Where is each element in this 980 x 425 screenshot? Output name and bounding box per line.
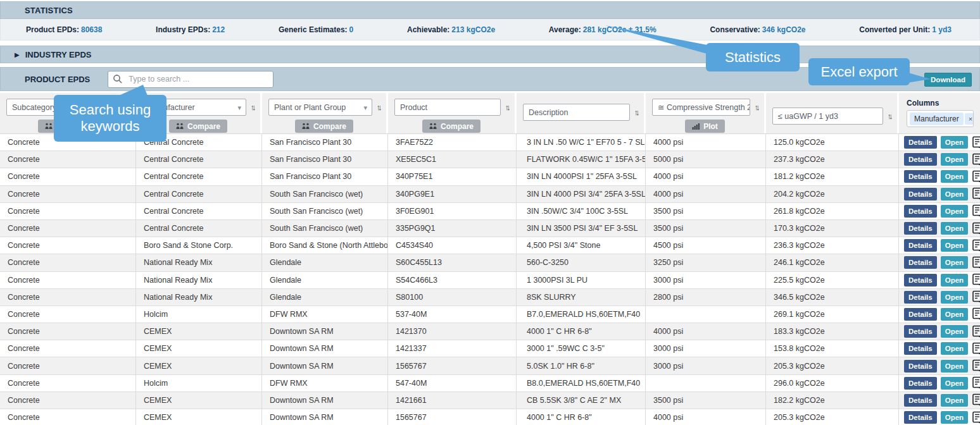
columns-multiselect[interactable]: Manufacturer × P▾ bbox=[907, 110, 974, 127]
table-row: Concrete Central Concrete South San Fran… bbox=[0, 220, 980, 237]
details-button[interactable]: Details bbox=[904, 411, 937, 424]
details-button[interactable]: Details bbox=[904, 394, 937, 407]
open-button[interactable]: Open bbox=[941, 377, 968, 390]
cell-uagwp: 261.8 kgCO2e bbox=[766, 203, 899, 219]
details-button[interactable]: Details bbox=[904, 153, 937, 166]
open-button[interactable]: Open bbox=[941, 170, 968, 183]
cell-actions: Details Open bbox=[899, 272, 980, 288]
statistics-section-header[interactable]: STATISTICS bbox=[0, 1, 980, 19]
cell-description: 3IN LN 4000PSI 1" 25FA 3-5SL bbox=[517, 168, 646, 185]
cell-product: 1421370 bbox=[388, 323, 517, 340]
cell-plant: Glendale bbox=[262, 254, 388, 271]
open-button[interactable]: Open bbox=[941, 239, 968, 252]
details-button[interactable]: Details bbox=[904, 239, 937, 252]
cell-compressive-strength: 4000 psi bbox=[646, 323, 766, 340]
open-button[interactable]: Open bbox=[941, 274, 968, 286]
add-to-list-icon[interactable] bbox=[972, 153, 980, 166]
cell-description: 4,500 PSI 3/4" Stone bbox=[517, 237, 646, 254]
details-button[interactable]: Details bbox=[904, 377, 937, 390]
details-button[interactable]: Details bbox=[904, 205, 937, 218]
add-to-list-icon[interactable] bbox=[972, 256, 980, 269]
collapse-triangle-icon[interactable]: ▶ bbox=[15, 51, 20, 58]
plant-filter-select[interactable]: Plant or Plant Group▾ bbox=[268, 99, 372, 116]
add-to-list-icon[interactable] bbox=[972, 359, 980, 373]
remove-tag-icon[interactable]: × bbox=[965, 113, 974, 125]
sort-icon[interactable]: ↑↓ bbox=[246, 102, 260, 112]
add-to-list-icon[interactable] bbox=[972, 204, 980, 218]
table-row: Concrete National Ready Mix Glendale S60… bbox=[0, 254, 980, 271]
details-button[interactable]: Details bbox=[904, 188, 937, 200]
open-button[interactable]: Open bbox=[941, 360, 968, 373]
add-to-list-icon[interactable] bbox=[972, 239, 980, 252]
details-button[interactable]: Details bbox=[904, 342, 937, 355]
table-body: Concrete Central Concrete San Francisco … bbox=[0, 133, 980, 425]
details-button[interactable]: Details bbox=[904, 170, 937, 183]
open-button[interactable]: Open bbox=[941, 342, 968, 355]
add-to-list-icon[interactable] bbox=[972, 222, 980, 235]
details-button[interactable]: Details bbox=[904, 291, 937, 304]
details-button[interactable]: Details bbox=[904, 308, 937, 321]
open-button[interactable]: Open bbox=[941, 188, 968, 200]
sort-icon[interactable]: ↑↓ bbox=[630, 108, 644, 117]
description-filter-input[interactable]: Description bbox=[523, 104, 630, 121]
cell-manufacturer: National Ready Mix bbox=[136, 254, 262, 271]
details-button[interactable]: Details bbox=[904, 136, 937, 149]
details-button[interactable]: Details bbox=[904, 222, 937, 235]
add-to-list-icon[interactable] bbox=[972, 411, 980, 424]
details-button[interactable]: Details bbox=[904, 274, 937, 286]
details-button[interactable]: Details bbox=[904, 360, 937, 373]
sort-icon[interactable]: ↑↓ bbox=[372, 102, 386, 112]
cell-actions: Details Open bbox=[899, 375, 980, 391]
compare-product-button[interactable]: Compare bbox=[422, 120, 481, 133]
cell-plant: DFW RMX bbox=[262, 306, 388, 323]
cell-plant: DFW RMX bbox=[262, 375, 388, 391]
columns-label: Columns bbox=[899, 99, 980, 108]
sort-icon[interactable]: ↑↓ bbox=[750, 102, 764, 112]
cell-subcategory: Concrete bbox=[0, 254, 136, 271]
cell-manufacturer: Central Concrete bbox=[136, 151, 262, 168]
download-button[interactable]: Download bbox=[924, 73, 972, 87]
add-to-list-icon[interactable] bbox=[972, 170, 980, 183]
open-button[interactable]: Open bbox=[941, 153, 968, 166]
compressive-strength-filter-input[interactable]: ≅ Compressive Strength 28D bbox=[652, 99, 750, 116]
product-filter-input[interactable]: Product bbox=[394, 99, 501, 116]
open-button[interactable]: Open bbox=[941, 136, 968, 149]
add-to-list-icon[interactable] bbox=[972, 393, 980, 407]
add-to-list-icon[interactable] bbox=[972, 376, 980, 390]
add-to-list-icon[interactable] bbox=[972, 273, 980, 286]
cell-subcategory: Concrete bbox=[0, 272, 136, 288]
sort-icon[interactable]: ↑↓ bbox=[501, 102, 515, 112]
open-button[interactable]: Open bbox=[941, 411, 968, 424]
cell-description: 3 IN LN .50 W/C 1" EF70 5 - 7 SL bbox=[517, 134, 646, 151]
cell-manufacturer: CEMEX bbox=[136, 357, 262, 374]
uagwp-filter-input[interactable]: ≤ uaGWP / 1 yd3 bbox=[772, 108, 883, 125]
open-button[interactable]: Open bbox=[941, 256, 968, 269]
search-input[interactable] bbox=[108, 71, 273, 88]
open-button[interactable]: Open bbox=[941, 308, 968, 321]
open-button[interactable]: Open bbox=[941, 325, 968, 338]
product-epds-title: PRODUCT EPDS bbox=[25, 75, 90, 84]
cell-uagwp: 237.3 kgCO2e bbox=[766, 151, 899, 168]
compare-plant-button[interactable]: Compare bbox=[295, 120, 353, 133]
open-button[interactable]: Open bbox=[941, 291, 968, 304]
add-to-list-icon[interactable] bbox=[972, 187, 980, 200]
details-button[interactable]: Details bbox=[904, 325, 937, 338]
cell-description: 1 3000PSI 3L PU bbox=[517, 272, 646, 288]
compare-manufacturer-button[interactable]: Compare bbox=[169, 120, 227, 133]
add-to-list-icon[interactable] bbox=[972, 342, 980, 355]
add-to-list-icon[interactable] bbox=[972, 325, 980, 338]
open-button[interactable]: Open bbox=[941, 394, 968, 407]
open-button[interactable]: Open bbox=[941, 205, 968, 218]
cell-compressive-strength bbox=[646, 306, 766, 323]
add-to-list-icon[interactable] bbox=[972, 290, 980, 304]
cell-description: 4000 1" C HR 6-8" bbox=[517, 409, 646, 425]
plot-button[interactable]: Plot bbox=[685, 120, 725, 133]
details-button[interactable]: Details bbox=[904, 256, 937, 269]
add-to-list-icon[interactable] bbox=[972, 307, 980, 321]
table-row: Concrete Holcim DFW RMX 547-40M B8.0,EME… bbox=[0, 375, 980, 392]
add-to-list-icon[interactable] bbox=[972, 136, 980, 149]
sort-icon[interactable]: ↑↓ bbox=[883, 111, 897, 121]
open-button[interactable]: Open bbox=[941, 222, 968, 235]
cell-description: 5.0SK 1.0" HR 6-8" bbox=[517, 357, 646, 374]
table-row: Concrete CEMEX Downtown SA RM 1565767 5.… bbox=[0, 357, 980, 374]
